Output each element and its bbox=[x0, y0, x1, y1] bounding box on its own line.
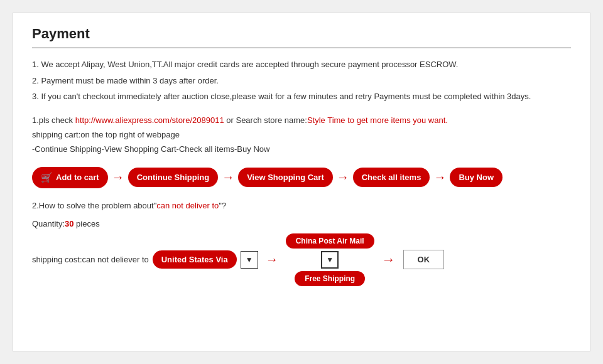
main-container: Payment 1. We accept Alipay, West Union,… bbox=[13, 13, 590, 351]
store-line2: shipping cart:on the top right of webpag… bbox=[32, 127, 571, 142]
shipping-options-group: China Post Air Mail ▼ Free Shipping bbox=[286, 233, 374, 286]
section2-prefix: 2.How to solve the problem about" bbox=[32, 201, 156, 210]
payment-item-2: 2. Payment must be made within 3 days af… bbox=[32, 75, 571, 87]
section2-suffix: "? bbox=[219, 201, 226, 210]
us-via-button[interactable]: United States Via bbox=[153, 250, 237, 269]
quantity-prefix: Quantity: bbox=[32, 219, 65, 228]
payment-item-3: 3. If you can't checkout immediately aft… bbox=[32, 90, 571, 103]
quantity-value: 30 bbox=[65, 219, 73, 228]
section2-title: 2.How to solve the problem about"can not… bbox=[32, 201, 571, 210]
arrow-2: → bbox=[222, 170, 234, 185]
view-shopping-cart-button[interactable]: View Shopping Cart bbox=[238, 168, 333, 187]
arrow-6: → bbox=[382, 252, 396, 268]
arrow-3: → bbox=[337, 170, 349, 185]
store-name-red: Style Time to get more items you want. bbox=[307, 115, 448, 125]
ok-button[interactable]: OK bbox=[403, 250, 445, 269]
flow-row: 🛒 Add to cart → Continue Shipping → View… bbox=[32, 167, 571, 188]
check-all-items-button[interactable]: Check all items bbox=[353, 168, 430, 187]
store-line1: 1.pls check http://www.aliexpress.com/st… bbox=[32, 113, 571, 127]
store-url-link[interactable]: http://www.aliexpress.com/store/2089011 bbox=[75, 115, 224, 125]
shipping-method-dropdown[interactable]: ▼ bbox=[321, 251, 339, 269]
arrow-1: → bbox=[112, 170, 124, 185]
arrow-4: → bbox=[433, 170, 446, 185]
chevron-down-icon: ▼ bbox=[246, 255, 253, 264]
store-section: 1.pls check http://www.aliexpress.com/st… bbox=[32, 113, 571, 157]
arrow-5: → bbox=[266, 252, 278, 267]
store-line1-prefix: 1.pls check bbox=[32, 115, 75, 125]
continue-shipping-button[interactable]: Continue Shipping bbox=[128, 168, 219, 187]
us-via-dropdown[interactable]: ▼ bbox=[241, 251, 258, 269]
payment-list: 1. We accept Alipay, West Union,TT.All m… bbox=[32, 58, 571, 103]
cart-icon: 🛒 bbox=[41, 172, 53, 183]
page-title: Payment bbox=[32, 26, 571, 48]
shipping-row: shipping cost:can not deliever to United… bbox=[32, 233, 571, 286]
store-line3: -Continue Shipping-View Shopping Cart-Ch… bbox=[32, 142, 571, 156]
buy-now-button[interactable]: Buy Now bbox=[450, 168, 503, 187]
add-to-cart-button[interactable]: 🛒 Add to cart bbox=[32, 167, 108, 188]
shipping-label: shipping cost:can not deliever to bbox=[32, 255, 149, 264]
china-post-button[interactable]: China Post Air Mail bbox=[286, 233, 374, 249]
section2-red: can not deliver to bbox=[156, 201, 219, 210]
quantity-suffix: pieces bbox=[74, 219, 100, 228]
chevron-down-icon-2: ▼ bbox=[326, 255, 334, 264]
payment-item-1: 1. We accept Alipay, West Union,TT.All m… bbox=[32, 58, 571, 71]
quantity-row: Quantity:30 pieces bbox=[32, 219, 571, 228]
store-line1-suffix: or Search store name: bbox=[224, 115, 307, 125]
free-shipping-button[interactable]: Free Shipping bbox=[295, 271, 365, 286]
